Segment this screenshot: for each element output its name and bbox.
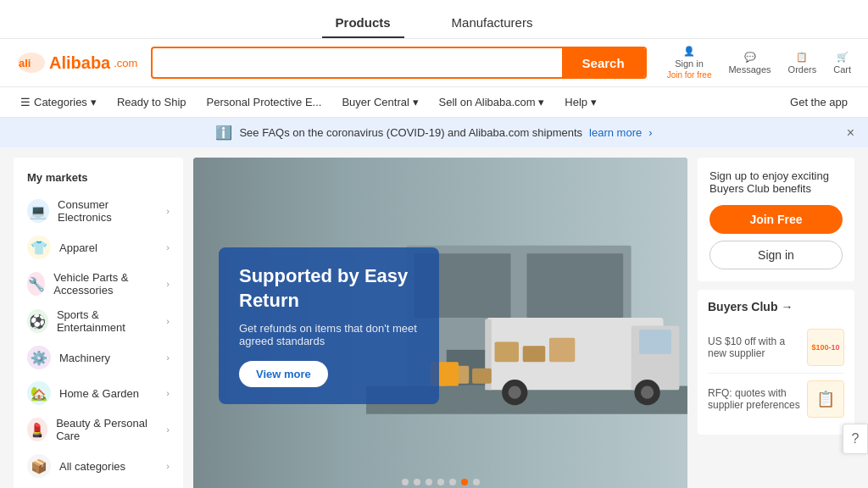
logo-area: ali Alibaba.com [17, 52, 137, 74]
benefit-item-discount: US $10 off with a new supplier $100 -10 [708, 322, 844, 374]
categories-button[interactable]: ☰ Categories ▾ [14, 92, 103, 112]
sidebar-item-sports[interactable]: ⚽ Sports & Entertainment › [14, 302, 183, 340]
alibaba-logo-icon: ali [17, 52, 46, 74]
join-label: Join for free [667, 70, 712, 80]
right-panel: Sign up to enjoy exciting Buyers Club be… [698, 158, 854, 488]
sign-in-button[interactable]: Sign in [709, 241, 843, 269]
sidebar-label-beauty: Beauty & Personal Care [56, 417, 158, 442]
sidebar-label-machinery: Machinery [59, 352, 110, 364]
cart-icon: 🛒 [837, 52, 849, 63]
sidebar-item-beauty[interactable]: 💄 Beauty & Personal Care › [14, 411, 183, 448]
chevron-right-icon: › [166, 461, 170, 471]
svg-rect-16 [523, 346, 546, 362]
hero-banner: Supported by Easy Return Get refunds on … [193, 158, 687, 488]
secondary-navigation: ☰ Categories ▾ Ready to Ship Personal Pr… [0, 87, 868, 118]
logo-text: Alibaba [49, 53, 110, 73]
sidebar-item-machinery[interactable]: ⚙️ Machinery › [14, 340, 183, 375]
hero-view-more-button[interactable]: View more [239, 361, 328, 387]
top-navigation: Products Manufacturers [0, 0, 868, 39]
sidebar: My markets 💻 Consumer Electronics › 👕 Ap… [14, 158, 183, 488]
hero-dots [402, 479, 480, 485]
slide-dot-1[interactable] [402, 479, 409, 485]
sidebar-item-consumer-electronics[interactable]: 💻 Consumer Electronics › [14, 192, 183, 230]
chevron-right-icon: › [166, 352, 170, 363]
chevron-right-icon: › [166, 279, 170, 289]
help-float-button[interactable]: ? [843, 424, 868, 454]
help-link[interactable]: Help ▾ [558, 92, 603, 112]
sign-in-button[interactable]: 👤 Sign in Join for free [667, 46, 712, 80]
sidebar-item-all-categories[interactable]: 📦 All categories › [14, 448, 183, 484]
chevron-down-icon: ▾ [591, 96, 597, 108]
cart-label: Cart [833, 64, 851, 75]
chevron-down-icon: ▾ [413, 96, 419, 108]
benefit-item-rfq: RFQ: quotes with supplier preferences 📋 [708, 374, 844, 424]
sports-icon: ⚽ [27, 309, 48, 333]
svg-rect-9 [639, 330, 671, 353]
alert-close-button[interactable]: × [847, 125, 854, 141]
search-input[interactable] [153, 56, 561, 69]
sidebar-label-vehicle-parts: Vehicle Parts & Accessories [53, 271, 158, 297]
benefit-icon-discount: $100 -10 [807, 329, 844, 366]
signin-label: Sign in [675, 58, 704, 69]
header: ali Alibaba.com Search 👤 Sign in Join fo… [0, 39, 868, 87]
search-button[interactable]: Search [562, 47, 645, 79]
alert-bar: ℹ️ See FAQs on the coronavirus (COVID-19… [0, 118, 868, 147]
hero-subtitle: Get refunds on items that don't meet agr… [239, 322, 419, 347]
svg-point-13 [641, 386, 654, 399]
user-icon: 👤 [683, 46, 695, 57]
ready-to-ship-link[interactable]: Ready to Ship [110, 92, 193, 112]
hero-overlay: Supported by Easy Return Get refunds on … [193, 222, 465, 429]
orders-icon: 📋 [796, 52, 808, 63]
slide-dot-7[interactable] [473, 479, 480, 485]
search-bar: Search [151, 47, 646, 79]
sidebar-label-all-categories: All categories [59, 460, 125, 473]
chevron-right-icon: › [166, 242, 170, 252]
logo-com: .com [114, 57, 137, 69]
buyer-central-link[interactable]: Buyer Central ▾ [335, 92, 425, 112]
messages-icon: 💬 [744, 52, 756, 63]
chevron-right-icon: › [166, 316, 170, 326]
apparel-icon: 👕 [27, 236, 51, 259]
sell-on-alibaba-link[interactable]: Sell on Alibaba.com ▾ [432, 92, 552, 112]
svg-rect-15 [495, 341, 519, 362]
chevron-right-icon: › [166, 424, 170, 435]
slide-dot-5[interactable] [449, 479, 456, 485]
sidebar-item-apparel[interactable]: 👕 Apparel › [14, 230, 183, 265]
chevron-right-icon: › [166, 206, 170, 216]
buyers-club-title[interactable]: Buyers Club → [708, 300, 844, 313]
benefit-text-discount: US $10 off with a new supplier [708, 336, 800, 359]
alert-message: See FAQs on the coronavirus (COVID-19) a… [239, 126, 582, 139]
alert-learn-more-link[interactable]: learn more [589, 126, 642, 139]
slide-dot-6[interactable] [461, 479, 468, 485]
menu-icon: ☰ [20, 96, 31, 108]
slide-dot-4[interactable] [437, 479, 444, 485]
home-garden-icon: 🏡 [27, 381, 51, 405]
sidebar-title: My markets [14, 168, 183, 192]
consumer-electronics-icon: 💻 [27, 199, 49, 223]
arrow-right-icon: → [781, 300, 793, 313]
categories-label: Categories [34, 96, 87, 108]
svg-rect-5 [527, 253, 624, 318]
personal-protective-link[interactable]: Personal Protective E... [200, 92, 329, 112]
hero-box: Supported by Easy Return Get refunds on … [219, 247, 439, 403]
machinery-icon: ⚙️ [27, 346, 51, 369]
join-free-button[interactable]: Join Free [709, 205, 843, 234]
benefit-icon-rfq: 📋 [807, 380, 844, 418]
cart-button[interactable]: 🛒 Cart [833, 52, 851, 75]
slide-dot-3[interactable] [426, 479, 432, 485]
sidebar-label-apparel: Apparel [59, 241, 97, 254]
slide-dot-2[interactable] [414, 479, 420, 485]
orders-button[interactable]: 📋 Orders [788, 52, 817, 75]
vehicle-parts-icon: 🔧 [27, 272, 45, 296]
sidebar-item-vehicle-parts[interactable]: 🔧 Vehicle Parts & Accessories › [14, 265, 183, 302]
svg-text:ali: ali [19, 57, 31, 69]
sidebar-label-consumer-electronics: Consumer Electronics [58, 198, 158, 224]
sidebar-item-home-garden[interactable]: 🏡 Home & Garden › [14, 375, 183, 411]
tab-products[interactable]: Products [322, 8, 404, 38]
get-app-link[interactable]: Get the app [783, 92, 854, 112]
all-categories-icon: 📦 [27, 454, 51, 478]
club-signup-text: Sign up to enjoy exciting Buyers Club be… [709, 169, 843, 195]
tab-manufacturers[interactable]: Manufacturers [438, 8, 547, 38]
messages-button[interactable]: 💬 Messages [728, 52, 771, 75]
chevron-right-icon: › [166, 388, 170, 398]
